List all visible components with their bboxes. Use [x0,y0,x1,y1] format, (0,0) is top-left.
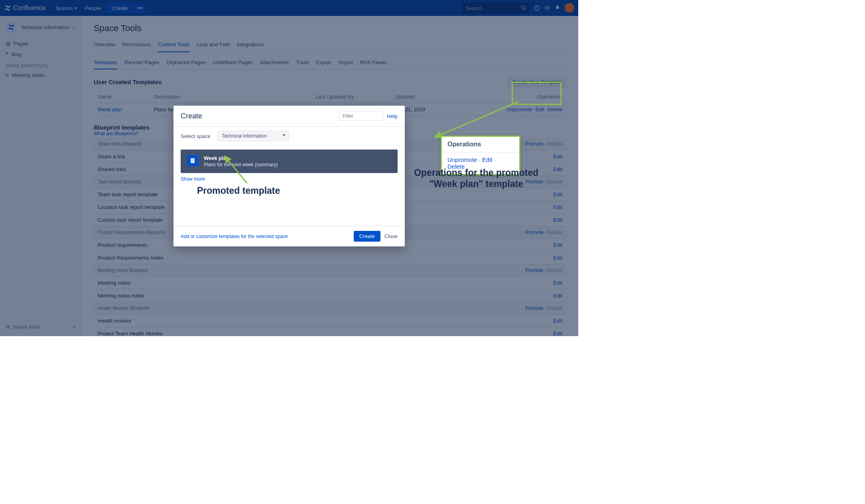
template-name: Week plan [204,155,278,161]
space-select[interactable]: Technical information [217,131,289,141]
annotation-caption-2: "Week plan" template [414,179,538,190]
template-desc: Plans for the next week (summary) [204,162,278,167]
promoted-template-card[interactable]: Week plan Plans for the next week (summa… [181,150,398,173]
modal-help-link[interactable]: Help [387,113,398,119]
modal-title: Create [181,112,339,120]
document-icon [187,155,198,166]
customize-templates-link[interactable]: Add or customize templates for the selec… [181,234,288,239]
modal-create-button[interactable]: Create [354,231,380,242]
annotation-caption-1: Operations for the promoted [414,167,538,179]
annotation-ops-title: Operations [442,137,519,152]
annotation-ops-highlight [512,82,562,105]
create-modal: Create Help Select space Technical infor… [173,106,405,246]
show-more-link[interactable]: Show more [181,173,398,183]
filter-input[interactable] [339,111,383,121]
select-space-label: Select space [181,133,210,139]
annotation-promoted-label: Promoted template [197,185,280,196]
modal-close-button[interactable]: Close [384,233,398,239]
